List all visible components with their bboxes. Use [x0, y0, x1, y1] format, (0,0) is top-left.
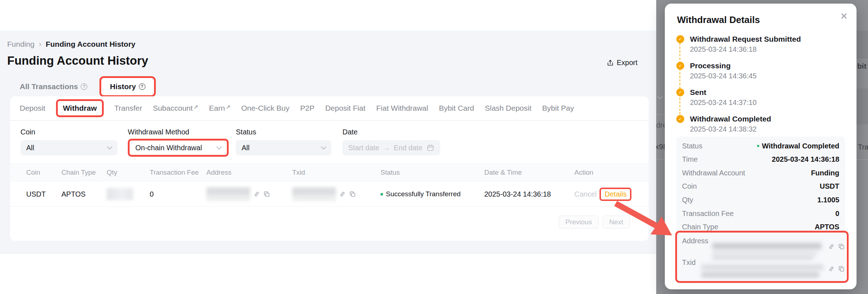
row-actions: Cancel Details — [574, 182, 631, 207]
export-icon — [607, 59, 614, 66]
help-icon[interactable]: ? — [81, 83, 87, 90]
filter-method-label: Withdrawal Method — [128, 128, 229, 136]
coin-select[interactable]: All — [20, 140, 117, 155]
filter-status-label: Status — [236, 128, 331, 136]
filter-bar: Coin All Withdrawal Method On-chain With… — [10, 128, 649, 157]
subtab-bybit-pay[interactable]: Bybit Pay — [542, 104, 574, 112]
col-status: Status — [381, 164, 400, 182]
screenshot-root: Funding › Funding Account History Fundin… — [0, 0, 868, 294]
detail-row-coin: Coin USDT — [682, 182, 839, 190]
withdrawal-method-select[interactable]: On-chain Withdrawal — [128, 139, 229, 157]
help-icon[interactable]: ? — [139, 83, 145, 90]
main-tabs: All Transactions ? History ? — [20, 76, 156, 97]
subtab-withdraw[interactable]: Withdraw — [56, 99, 103, 117]
chevron-down-icon — [216, 144, 222, 150]
timeline-step-submitted: ✓ Withdrawal Request Submitted — [676, 35, 801, 43]
status-select[interactable]: All — [236, 140, 331, 155]
filter-withdrawal-method: Withdrawal Method On-chain Withdrawal — [128, 128, 229, 157]
subtab-one-click-buy[interactable]: One-Click Buy — [241, 104, 289, 112]
detail-row-qty: Qty 1.1005 — [682, 196, 839, 204]
redacted-txid-block — [701, 265, 825, 280]
row-txid — [292, 182, 356, 207]
subtab-subaccount[interactable]: Subaccount↗ — [153, 104, 198, 112]
status-select-value: All — [242, 144, 249, 152]
copy-icon[interactable] — [838, 243, 845, 250]
next-button[interactable]: Next — [602, 216, 630, 229]
timeline-time: 2025-03-24 14:37:10 — [690, 98, 757, 107]
row-transaction-fee: 0 — [150, 182, 154, 207]
filter-status: Status All — [236, 128, 331, 155]
breadcrumb-separator-icon: › — [39, 40, 41, 49]
modal-title: Withdrawal Details — [677, 14, 760, 26]
detail-row-transaction-fee: Transaction Fee 0 — [682, 210, 839, 217]
link-icon[interactable] — [828, 243, 835, 250]
range-arrow-icon: → — [383, 144, 390, 152]
dimmed-text-fragment: Tra — [858, 143, 868, 151]
status-text: Successfully Transferred — [386, 190, 461, 198]
subtab-slash-deposit[interactable]: Slash Deposit — [485, 104, 532, 112]
copy-icon[interactable] — [263, 190, 270, 198]
subtab-transfer[interactable]: Transfer — [115, 104, 142, 112]
timeline-time: 2025-03-24 14:38:32 — [690, 125, 757, 133]
dimmed-text-fragment: bit U — [857, 62, 868, 70]
row-chain-type: APTOS — [61, 182, 85, 207]
filter-coin-label: Coin — [20, 128, 117, 136]
col-qty: Qty — [107, 164, 117, 182]
check-icon: ✓ — [676, 35, 684, 43]
col-transaction-fee: Transaction Fee — [150, 164, 199, 182]
link-icon[interactable] — [253, 190, 260, 198]
dimmed-background-band — [856, 88, 868, 124]
breadcrumb-current: Funding Account History — [46, 40, 135, 49]
subtab-deposit-fiat[interactable]: Deposit Fiat — [325, 104, 365, 112]
col-address: Address — [206, 164, 232, 182]
link-icon[interactable] — [339, 190, 346, 198]
row-datetime: 2025-03-24 14:36:18 — [484, 182, 551, 207]
subtab-bar: Deposit Withdraw Transfer Subaccount↗ Ea… — [10, 96, 649, 121]
withdrawal-method-value: On-chain Withdrawal — [135, 144, 202, 152]
copy-icon[interactable] — [349, 190, 356, 198]
detail-row-withdrawal-account: Withdrawal Account Funding — [682, 169, 839, 177]
filter-date-label: Date — [342, 128, 440, 136]
breadcrumb: Funding › Funding Account History — [7, 40, 135, 49]
table-row: USDT APTOS 0 — [10, 182, 649, 207]
details-action[interactable]: Details — [599, 188, 631, 201]
close-icon[interactable]: ✕ — [840, 12, 848, 21]
timeline-time: 2025-03-24 14:36:45 — [690, 72, 757, 80]
subtab-earn[interactable]: Earn↗ — [209, 104, 230, 112]
subtab-deposit[interactable]: Deposit — [20, 104, 45, 112]
detail-row-chain-type: Chain Type APTOS — [682, 223, 839, 231]
dimmed-divider — [656, 159, 665, 160]
status-dot — [757, 145, 759, 147]
table-header: Coin Chain Type Qty Transaction Fee Addr… — [10, 163, 649, 181]
breadcrumb-parent[interactable]: Funding — [7, 40, 34, 49]
row-status: Successfully Transferred — [381, 182, 461, 207]
check-icon: ✓ — [676, 115, 684, 123]
subtab-fiat-withdrawal[interactable]: Fiat Withdrawal — [376, 104, 428, 112]
address-icons — [828, 243, 845, 250]
tab-all-transactions[interactable]: All Transactions ? — [20, 82, 87, 91]
timeline-time: 2025-03-24 14:36:18 — [690, 45, 757, 54]
external-link-icon: ↗ — [226, 104, 230, 110]
redacted-address-block — [206, 187, 250, 201]
subtab-p2p[interactable]: P2P — [300, 104, 314, 112]
detail-row-status: Status Withdrawal Completed — [682, 142, 839, 150]
date-range-input[interactable]: Start date → End date — [342, 140, 440, 155]
timeline-step-completed: ✓ Withdrawal Completed — [676, 115, 771, 123]
link-icon[interactable] — [828, 265, 835, 272]
external-link-icon: ↗ — [193, 104, 198, 110]
col-datetime: Date & Time — [484, 164, 522, 182]
detail-label-txid: Txid — [682, 258, 696, 267]
end-date-placeholder: End date — [394, 144, 423, 152]
tab-history[interactable]: History ? — [99, 76, 155, 97]
timeline-connector — [680, 43, 680, 114]
check-icon: ✓ — [676, 62, 684, 70]
col-txid: Txid — [292, 164, 305, 182]
dimmed-divider — [856, 159, 868, 160]
redacted-qty-block — [107, 188, 133, 200]
export-button[interactable]: Export — [607, 59, 638, 67]
previous-button[interactable]: Previous — [559, 216, 599, 229]
coin-select-value: All — [26, 144, 34, 152]
copy-icon[interactable] — [838, 265, 845, 272]
subtab-bybit-card[interactable]: Bybit Card — [439, 104, 474, 112]
tab-history-label: History — [110, 82, 136, 91]
